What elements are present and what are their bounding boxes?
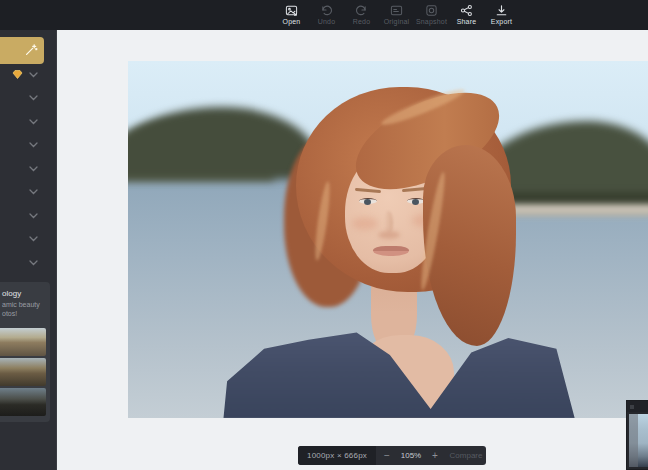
photo-cheek (352, 217, 378, 230)
status-bar: 1000px × 666px − 105% + Compare (298, 446, 486, 465)
navigator-header[interactable] (627, 401, 648, 412)
promo-thumbnails (0, 328, 46, 418)
promo-thumbnail (0, 328, 46, 356)
image-dimensions: 1000px × 666px (298, 446, 376, 465)
sidebar-section-collapsed[interactable] (0, 251, 56, 274)
chevron-down-icon (29, 213, 38, 219)
export-icon (495, 4, 508, 17)
chevron-down-icon (29, 142, 38, 148)
photo-iris (364, 199, 371, 205)
toolbar-button-group: Open Undo Redo (274, 0, 519, 30)
navigator-viewport-mask (629, 414, 638, 467)
sidebar-section-collapsed[interactable] (0, 157, 56, 180)
original-icon (390, 4, 403, 17)
export-label: Export (491, 18, 512, 26)
snapshot-button[interactable]: Snapshot (414, 0, 449, 30)
chevron-down-icon (29, 189, 38, 195)
photo-eye (359, 198, 377, 204)
chevron-down-icon (29, 95, 38, 101)
editor-canvas: 1000px × 666px − 105% + Compare (57, 30, 648, 470)
export-button[interactable]: Export (484, 0, 519, 30)
share-icon (460, 4, 473, 17)
promo-heading: ology (2, 289, 50, 298)
redo-label: Redo (353, 18, 371, 26)
open-label: Open (283, 18, 301, 26)
zoom-out-button[interactable]: − (376, 450, 398, 461)
sidebar-section-collapsed[interactable] (0, 227, 56, 250)
original-label: Original (384, 18, 410, 26)
sidebar-section-collapsed[interactable] (0, 180, 56, 203)
chevron-down-icon (29, 236, 38, 242)
promo-line: amic beauty (2, 301, 50, 309)
promo-thumbnail (0, 358, 46, 386)
chevron-down-icon (29, 72, 38, 78)
share-button[interactable]: Share (449, 0, 484, 30)
sidebar-section-collapsed[interactable] (0, 110, 56, 133)
share-label: Share (457, 18, 477, 26)
original-button[interactable]: Original (379, 0, 414, 30)
undo-button[interactable]: Undo (309, 0, 344, 30)
undo-label: Undo (318, 18, 336, 26)
navigator-collapse-icon[interactable] (630, 405, 634, 409)
chevron-down-icon (29, 119, 38, 125)
navigator-thumbnail[interactable] (629, 414, 648, 467)
redo-icon (355, 4, 368, 17)
magic-wand-icon (24, 43, 38, 57)
photo-portrait-woman[interactable] (128, 61, 648, 418)
sidebar-section-premium[interactable] (0, 63, 56, 86)
photo-nose (378, 231, 400, 239)
promo-thumbnail (0, 388, 46, 416)
chevron-down-icon (29, 166, 38, 172)
tools-sidebar: ology amic beauty otos! (0, 30, 57, 470)
compare-button[interactable]: Compare (446, 451, 486, 460)
sidebar-section-collapsed[interactable] (0, 86, 56, 109)
redo-button[interactable]: Redo (344, 0, 379, 30)
snapshot-icon (425, 4, 438, 17)
gem-icon (12, 70, 23, 79)
chevron-down-icon (29, 260, 38, 266)
photo-mouth (373, 246, 409, 256)
undo-icon (320, 4, 333, 17)
sidebar-section-collapsed[interactable] (0, 133, 56, 156)
open-image-icon (285, 4, 298, 17)
zoom-level[interactable]: 105% (398, 451, 424, 460)
top-toolbar: Open Undo Redo (0, 0, 648, 30)
snapshot-label: Snapshot (416, 18, 447, 26)
photo-iris (412, 199, 419, 205)
zoom-in-button[interactable]: + (424, 450, 446, 461)
enhance-tool-active[interactable] (0, 37, 44, 64)
navigator-panel[interactable] (626, 400, 648, 470)
promo-card[interactable]: ology amic beauty otos! (0, 282, 50, 422)
sidebar-section-collapsed[interactable] (0, 204, 56, 227)
app-window: Open Undo Redo (0, 0, 648, 470)
promo-line: otos! (2, 310, 50, 318)
open-button[interactable]: Open (274, 0, 309, 30)
